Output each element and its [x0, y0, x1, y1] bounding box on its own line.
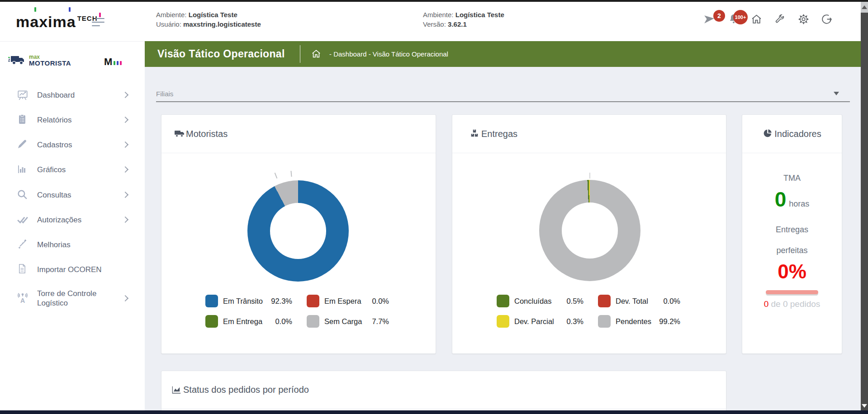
entregas-legend: Concluídas 0.5% Dev. Total 0.0% Dev. Par… — [497, 295, 680, 328]
legend-swatch — [307, 315, 319, 328]
legend-item: Em Trânsito 92.3% — [205, 295, 292, 307]
sidebar-item-consultas[interactable]: Consultas — [0, 185, 145, 205]
double-check-icon — [17, 214, 28, 226]
page-title: Visão Tático Operacional — [157, 48, 285, 60]
chevron-right-icon — [122, 166, 128, 173]
sidebar-item-melhorias[interactable]: Melhorias — [0, 235, 145, 254]
card-entregas-header: Entregas — [452, 115, 726, 153]
send-count-badge: 2 — [713, 10, 725, 22]
filiais-label: Filiais — [156, 90, 173, 98]
tools-button[interactable] — [774, 14, 786, 25]
donut-hole — [270, 203, 326, 259]
chevron-right-icon — [122, 295, 128, 301]
legend-item: Em Entrega 0.0% — [205, 315, 292, 328]
scroll-down-arrow-icon[interactable] — [862, 404, 867, 408]
tma-value: 0 — [775, 188, 787, 211]
legend-swatch — [497, 295, 509, 307]
tma-label: TMA — [742, 174, 842, 183]
card-indicadores: Indicadores TMA 0horas Entregas perfeita… — [742, 114, 842, 354]
tma-unit: horas — [789, 199, 809, 208]
settings-button[interactable] — [798, 14, 810, 25]
sidebar-item-torre-controle[interactable]: A Torre de Controle Logístico — [0, 284, 145, 312]
legend-item: Dev. Parcial 0.3% — [497, 315, 583, 328]
card-indicadores-header: Indicadores — [742, 115, 842, 153]
donut-hole — [562, 202, 617, 258]
logo-accent-pink — [99, 13, 101, 17]
page-header: Visão Tático Operacional - Dashboard - V… — [145, 41, 861, 67]
card-title-indicadores: Indicadores — [774, 129, 821, 139]
sidebar-item-relatorios[interactable]: Relatórios — [0, 110, 145, 130]
gear-icon — [798, 14, 809, 25]
orders-count: 0 de 0 pedidos — [742, 299, 842, 309]
bar-chart-icon — [17, 164, 28, 175]
card-motoristas-header: Motoristas — [161, 115, 436, 153]
sidebar-item-importar-ocoren[interactable]: Importar OCOREN — [0, 259, 145, 279]
legend-swatch — [205, 295, 218, 307]
breadcrumb-home-icon[interactable] — [311, 49, 321, 59]
sidebar-item-graficos[interactable]: Gráficos — [0, 160, 145, 179]
sidebar-item-autorizacoes[interactable]: Autorizações — [0, 210, 145, 230]
card-status-pedidos: Status dos pedidos por período — [161, 371, 726, 414]
svg-text:A: A — [20, 297, 25, 304]
chevron-right-icon — [122, 141, 128, 148]
header-divider — [300, 45, 300, 63]
max-motorista-logo: max MOTORISTA — [8, 54, 71, 66]
motoristas-legend: Em Trânsito 92.3% Em Espera 0.0% Em Entr… — [205, 295, 389, 328]
mini-m-logo: M — [104, 56, 122, 68]
legend-swatch — [205, 315, 218, 328]
logo-word: maxima — [16, 13, 76, 31]
card-status-header: Status dos pedidos por período — [161, 371, 726, 409]
chart-tick — [275, 173, 278, 179]
environment-info-center: Ambiente: Logística Teste Versão: 3.62.1 — [423, 10, 504, 29]
legend-item: Pendentes 99.2% — [598, 315, 680, 328]
alert-count-badge: 100+ — [733, 10, 748, 24]
pie-chart-icon — [763, 128, 773, 139]
card-title-motoristas: Motoristas — [186, 129, 228, 139]
logo-accent-blue — [69, 7, 71, 12]
filiais-select[interactable]: Filiais — [156, 88, 850, 106]
boxes-icon — [470, 128, 480, 139]
metric-label-line2: perfeitas — [742, 246, 842, 255]
breadcrumb: - Dashboard - Visão Tático Operacional — [329, 50, 448, 58]
mini-logo-bars — [112, 56, 122, 68]
dashboard-icon — [17, 89, 28, 101]
card-title-status: Status dos pedidos por período — [183, 385, 309, 395]
menu-toggle-icon[interactable] — [92, 18, 105, 28]
home-icon — [751, 14, 762, 25]
truck-icon — [174, 128, 185, 139]
scroll-up-arrow-icon[interactable] — [862, 5, 867, 9]
entregas-donut-chart — [539, 180, 640, 281]
perfect-deliveries-percent: 0% — [742, 260, 842, 283]
dropdown-arrow-icon — [834, 92, 839, 95]
document-icon — [17, 263, 28, 275]
legend-item: Em Espera 0.0% — [307, 295, 389, 307]
sidebar-item-cadastros[interactable]: Cadastros — [0, 135, 145, 155]
brand-motorista-label: MOTORISTA — [29, 60, 71, 66]
antenna-icon: A — [17, 292, 28, 304]
progress-bar — [766, 290, 818, 294]
logout-button[interactable] — [821, 14, 833, 25]
truck-icon — [8, 54, 26, 66]
card-motoristas: Motoristas Em Trânsito 92.3% Em Espera 0… — [161, 114, 436, 354]
home-button[interactable] — [751, 14, 763, 25]
legend-swatch — [307, 295, 319, 307]
legend-item: Dev. Total 0.0% — [598, 295, 680, 307]
legend-item: Sem Carga 7.7% — [307, 315, 389, 328]
metric-label-line1: Entregas — [742, 225, 842, 235]
clipboard-icon — [17, 114, 28, 126]
search-icon — [17, 189, 28, 201]
tma-value-row: 0horas — [742, 187, 842, 212]
legend-swatch — [598, 315, 611, 328]
chevron-right-icon — [122, 216, 128, 223]
logo-accent-green — [34, 7, 36, 12]
sidebar: max MOTORISTA M Dashboard Relatórios Cad… — [0, 41, 145, 411]
motoristas-donut-chart — [247, 180, 349, 282]
main-content: Visão Tático Operacional - Dashboard - V… — [145, 41, 861, 411]
sidebar-item-dashboard[interactable]: Dashboard — [0, 85, 145, 105]
vertical-scrollbar[interactable] — [861, 2, 868, 410]
card-title-entregas: Entregas — [481, 129, 517, 139]
maxima-tech-logo: maxima TECH — [16, 10, 97, 33]
wrench-icon — [774, 14, 785, 24]
scrollbar-thumb[interactable] — [861, 13, 868, 410]
magic-wand-icon — [17, 239, 28, 250]
